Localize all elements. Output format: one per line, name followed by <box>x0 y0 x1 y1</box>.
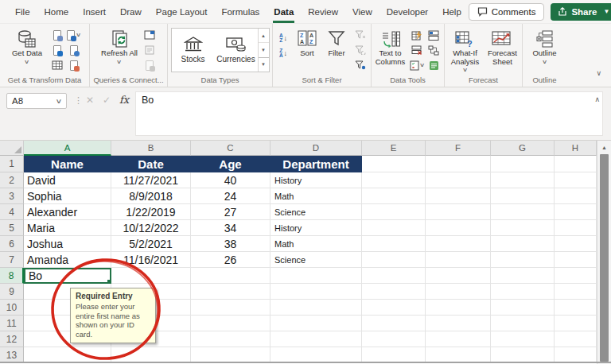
row-header-9[interactable]: 9 <box>0 284 24 300</box>
cell-H12[interactable] <box>555 331 597 347</box>
cell-F7[interactable] <box>426 252 491 268</box>
cell-B4[interactable]: 1/22/2019 <box>111 204 191 220</box>
get-data-button[interactable]: Get Data ∨ <box>7 26 47 66</box>
remove-duplicates-icon[interactable] <box>409 43 425 57</box>
reapply-filter-icon[interactable] <box>352 43 368 57</box>
cell-E2[interactable] <box>362 172 426 188</box>
cell-F9[interactable] <box>426 284 491 300</box>
cell-F5[interactable] <box>426 220 491 236</box>
cell-H9[interactable] <box>555 284 597 300</box>
cell-F3[interactable] <box>426 188 491 204</box>
row-header-10[interactable]: 10 <box>0 300 24 316</box>
tab-file[interactable]: File <box>8 0 37 23</box>
from-web-icon[interactable]: ∨ <box>66 28 82 42</box>
text-to-columns-button[interactable]: Text to Columns <box>374 26 407 66</box>
cell-E3[interactable] <box>362 188 426 204</box>
cell-F6[interactable] <box>426 236 491 252</box>
vertical-scrollbar[interactable]: ▲ <box>597 141 611 364</box>
cell-G2[interactable] <box>491 172 555 188</box>
cell-D11[interactable] <box>270 316 362 331</box>
cell-H10[interactable] <box>555 300 597 316</box>
cell-D1[interactable]: Department <box>270 156 362 172</box>
row-header-12[interactable]: 12 <box>0 331 24 347</box>
gallery-up-icon[interactable]: ▲ <box>259 29 269 42</box>
cell-E9[interactable] <box>362 284 426 300</box>
row-header-6[interactable]: 6 <box>0 236 24 252</box>
cell-B6[interactable]: 5/2/2021 <box>111 236 191 252</box>
row-header-3[interactable]: 3 <box>0 188 24 204</box>
confirm-entry-icon[interactable]: ✓ <box>103 95 111 106</box>
cell-H11[interactable] <box>555 316 597 331</box>
cell-E10[interactable] <box>362 300 426 316</box>
row-header-8[interactable]: 8 <box>0 268 24 284</box>
cell-B2[interactable]: 11/27/2021 <box>111 172 191 188</box>
queries-connections-icon[interactable] <box>142 28 158 42</box>
cell-A8[interactable]: Bo <box>24 268 111 284</box>
flash-fill-icon[interactable] <box>409 28 425 42</box>
row-header-2[interactable]: 2 <box>0 172 24 188</box>
cell-B7[interactable]: 11/16/2021 <box>111 252 191 268</box>
cell-G13[interactable] <box>491 347 555 363</box>
cell-A2[interactable]: David <box>24 172 111 188</box>
cell-D7[interactable]: Science <box>270 252 362 268</box>
what-if-analysis-button[interactable]: ? What-If Analysis ∨ <box>447 26 483 75</box>
recent-sources-icon[interactable] <box>66 43 82 57</box>
column-header-e[interactable]: E <box>362 141 426 156</box>
cell-A7[interactable]: Amanda <box>24 252 111 268</box>
cell-E8[interactable] <box>362 268 426 284</box>
cell-F1[interactable] <box>426 156 491 172</box>
row-header-7[interactable]: 7 <box>0 252 24 268</box>
cell-C9[interactable] <box>191 284 270 300</box>
cell-B3[interactable]: 8/9/2018 <box>111 188 191 204</box>
collapse-ribbon-icon[interactable]: ∨ <box>596 69 601 77</box>
cell-F12[interactable] <box>426 331 491 347</box>
cell-D3[interactable]: Math <box>270 188 362 204</box>
cell-D6[interactable]: Math <box>270 236 362 252</box>
column-header-c[interactable]: C <box>191 141 270 156</box>
cell-C10[interactable] <box>191 300 270 316</box>
insert-function-icon[interactable]: fx <box>119 94 129 106</box>
edit-links-icon[interactable] <box>142 58 158 72</box>
cell-A1[interactable]: Name <box>24 156 111 172</box>
sort-button[interactable]: ZAAZ Sort <box>294 26 321 58</box>
tab-page-layout[interactable]: Page Layout <box>149 0 215 23</box>
stocks-button[interactable]: Stocks <box>172 29 215 72</box>
cell-H1[interactable] <box>555 156 597 172</box>
cell-C6[interactable]: 38 <box>191 236 270 252</box>
cell-E11[interactable] <box>362 316 426 331</box>
outline-button[interactable]: Outline ∨ <box>525 26 564 66</box>
row-header-13[interactable]: 13 <box>0 347 24 363</box>
tab-draw[interactable]: Draw <box>113 0 149 23</box>
cell-D2[interactable]: History <box>270 172 362 188</box>
column-header-g[interactable]: G <box>491 141 555 156</box>
cell-B5[interactable]: 10/12/2022 <box>111 220 191 236</box>
cell-A5[interactable]: Maria <box>24 220 111 236</box>
cell-D9[interactable] <box>270 284 362 300</box>
gallery-down-icon[interactable]: ▼ <box>259 42 269 56</box>
cell-G12[interactable] <box>491 331 555 347</box>
cell-D10[interactable] <box>270 300 362 316</box>
cell-E13[interactable] <box>362 347 426 363</box>
fill-handle[interactable] <box>107 279 111 283</box>
cell-E6[interactable] <box>362 236 426 252</box>
refresh-all-button[interactable]: Refresh All ∨ <box>99 26 139 66</box>
cell-D12[interactable] <box>270 331 362 347</box>
column-header-b[interactable]: B <box>111 141 191 156</box>
from-text-csv-icon[interactable] <box>49 28 65 42</box>
formula-bar-drag-handle[interactable]: ⋮ <box>74 95 83 106</box>
manage-data-model-icon[interactable] <box>426 58 442 72</box>
cell-G6[interactable] <box>491 236 555 252</box>
scrollbar-thumb[interactable] <box>600 154 609 362</box>
row-header-4[interactable]: 4 <box>0 204 24 220</box>
cell-H8[interactable] <box>555 268 597 284</box>
cell-B8[interactable] <box>111 268 191 284</box>
column-header-h[interactable]: H <box>555 141 597 156</box>
column-header-a[interactable]: A <box>24 141 111 156</box>
cell-F8[interactable] <box>426 268 491 284</box>
gallery-more-icon[interactable]: ▼ <box>259 57 269 72</box>
row-header-11[interactable]: 11 <box>0 316 24 331</box>
cell-C2[interactable]: 40 <box>191 172 270 188</box>
cell-G7[interactable] <box>491 252 555 268</box>
cell-G10[interactable] <box>491 300 555 316</box>
cell-G8[interactable] <box>491 268 555 284</box>
